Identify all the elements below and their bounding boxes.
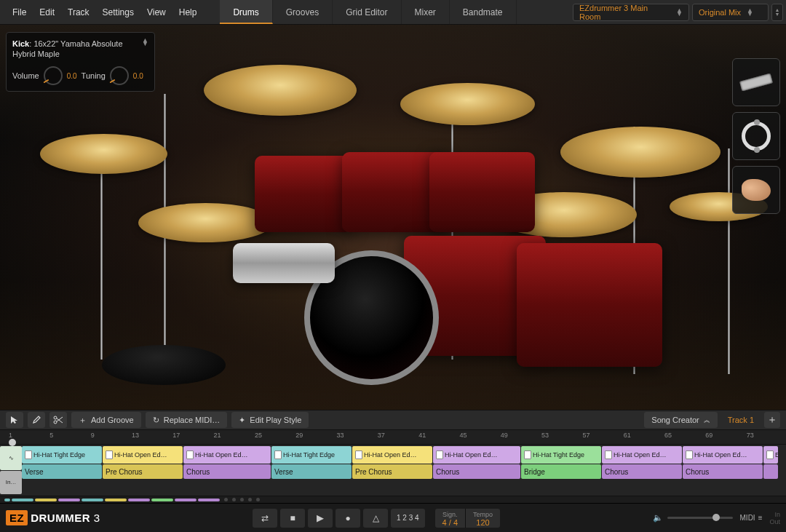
midi-clip[interactable]: Hi-Hat Open Ed… (433, 446, 520, 464)
clip-label: Hi-Hat Tight Edge (33, 451, 85, 458)
volume-slider[interactable] (667, 517, 733, 519)
minimap-segment[interactable] (175, 499, 196, 501)
section-label[interactable]: Pre Chorus (103, 464, 183, 479)
menu-file[interactable]: File (6, 0, 33, 25)
timeline-ruler[interactable]: 15913172125293337414549535761656973 (0, 430, 786, 445)
section-label[interactable]: Verse (22, 464, 102, 479)
tempo-value: 120 (476, 518, 489, 527)
song-creator-button[interactable]: Song Creator︽ (644, 412, 717, 428)
minimap-segment[interactable] (12, 499, 33, 501)
minimap-segment[interactable] (198, 499, 220, 501)
minimap-segment[interactable] (151, 499, 173, 501)
midi-indicator[interactable]: MIDI ≡ (740, 514, 763, 522)
tab-mixer[interactable]: Mixer (402, 0, 450, 24)
section-label[interactable]: Chorus (602, 464, 682, 479)
minimap-segment[interactable] (105, 499, 127, 501)
play-button[interactable]: ▶ (308, 509, 333, 528)
menu-settings[interactable]: Settings (96, 0, 140, 25)
intro-label[interactable]: In… (0, 471, 22, 495)
record-button[interactable]: ● (336, 509, 360, 528)
minimap-segment[interactable] (4, 499, 10, 501)
minimap[interactable] (0, 496, 786, 503)
preset-step-buttons[interactable]: ▲▼ (771, 4, 783, 21)
add-groove-button[interactable]: ＋Add Groove (71, 412, 141, 428)
section-label[interactable] (763, 464, 778, 479)
library-dropdown[interactable]: EZdrummer 3 Main Room ▲▼ (573, 4, 689, 21)
clip-label: Hi-Hat Open Ed… (114, 451, 167, 458)
section-label[interactable]: Chorus (183, 464, 271, 479)
edit-play-style-button[interactable]: ✦Edit Play Style (231, 412, 309, 428)
clips-row[interactable]: ∿ In… Hi-Hat Tight EdgeVerseHi-Hat Open … (0, 445, 786, 496)
midi-clip[interactable]: Hi-Hat Tight Edge (22, 446, 102, 464)
piece-selector[interactable]: Kick: 16x22" Yamaha Absolute Hybrid Mapl… (12, 39, 148, 59)
chevron-up-icon: ︽ (704, 416, 710, 425)
minimap-segment[interactable] (128, 499, 150, 501)
midi-clip[interactable]: Hi-Hat Tight Edge (271, 446, 352, 464)
rack-tom-3[interactable] (429, 152, 535, 232)
tempo[interactable]: Tempo 120 (465, 509, 500, 528)
section-label[interactable]: Pre Chorus (352, 464, 432, 479)
pointer-tool[interactable] (6, 412, 23, 428)
transport-right: 🔈 MIDI ≡ In Out (653, 511, 780, 525)
ruler-tick: 53 (541, 432, 549, 439)
minimap-segment[interactable] (58, 499, 80, 501)
clip-label: Hi-Hat Open Ed… (364, 451, 417, 458)
clip-label: Hi-Hat Open Ed… (445, 451, 498, 458)
tuning-knob[interactable] (110, 66, 129, 85)
menu-edit[interactable]: Edit (33, 0, 61, 25)
ruler-tick: 49 (501, 432, 508, 439)
ruler-tick: 57 (582, 432, 590, 439)
intro-column[interactable]: ∿ In… (0, 446, 22, 494)
crash-cymbal-2[interactable] (204, 65, 357, 116)
preset-name: Original Mix (699, 8, 741, 17)
menu-help[interactable]: Help (172, 0, 204, 25)
hihat-cymbal[interactable] (138, 203, 273, 242)
metronome-button[interactable]: △ (363, 509, 388, 528)
extra-shaker[interactable] (732, 58, 780, 106)
cut-tool[interactable] (49, 412, 67, 428)
add-track-button[interactable]: ＋ (764, 412, 780, 428)
volume-knob[interactable] (44, 66, 63, 85)
section-label[interactable]: Verse (271, 464, 352, 479)
minimap-dot (248, 498, 252, 501)
extra-clap[interactable] (732, 166, 780, 214)
preset-dropdown[interactable]: Original Mix ▲▼ (692, 4, 769, 21)
minimap-segment[interactable] (35, 499, 57, 501)
minimap-segment[interactable] (82, 499, 103, 501)
ride-cymbal[interactable] (560, 127, 720, 178)
replace-midi-button[interactable]: ↻Replace MIDI… (146, 412, 228, 428)
intro-clip[interactable]: ∿ (0, 446, 22, 470)
track-label[interactable]: Track 1 (728, 416, 754, 424)
section-label[interactable]: Bridge (521, 464, 601, 479)
tab-grooves[interactable]: Grooves (273, 0, 333, 24)
crash-cymbal-3[interactable] (400, 83, 535, 125)
midi-clip[interactable]: Hi-Hat Open Ed… (103, 446, 183, 464)
drum-kit-view[interactable]: Kick: 16x22" Yamaha Absolute Hybrid Mapl… (0, 25, 786, 410)
stop-button[interactable]: ■ (280, 509, 305, 528)
midi-clip[interactable]: Hi-Hat Open Ed… (602, 446, 682, 464)
draw-tool[interactable] (28, 412, 45, 428)
section-label[interactable]: Chorus (683, 464, 763, 479)
snare-drum[interactable] (233, 243, 335, 283)
in-out-indicator: In Out (769, 511, 780, 525)
midi-clip[interactable]: E (763, 446, 778, 464)
tab-bandmate[interactable]: Bandmate (450, 0, 517, 24)
count-in-display[interactable]: 1 2 3 4 (391, 509, 425, 528)
tab-grid-editor[interactable]: Grid Editor (333, 0, 401, 24)
chevron-updown-icon: ▲▼ (676, 9, 683, 16)
midi-clip[interactable]: Hi-Hat Open Ed… (352, 446, 432, 464)
midi-clip[interactable]: Hi-Hat Open Ed… (183, 446, 271, 464)
time-signature[interactable]: Sign. 4 / 4 (435, 509, 465, 528)
menu-view[interactable]: View (140, 0, 172, 25)
floor-tom-2[interactable] (517, 243, 662, 367)
section-label[interactable]: Chorus (433, 464, 520, 479)
loop-button[interactable]: ⇄ (253, 509, 277, 528)
crash-cymbal-1[interactable] (40, 134, 167, 174)
timeline: 15913172125293337414549535761656973 ∿ In… (0, 430, 786, 503)
tab-drums[interactable]: Drums (220, 0, 272, 24)
rack-tom-1[interactable] (255, 156, 353, 232)
extra-tambourine[interactable] (732, 112, 780, 160)
midi-clip[interactable]: Hi-Hat Open Ed… (683, 446, 763, 464)
midi-clip[interactable]: Hi-Hat Tight Edge (521, 446, 601, 464)
menu-track[interactable]: Track (61, 0, 96, 25)
